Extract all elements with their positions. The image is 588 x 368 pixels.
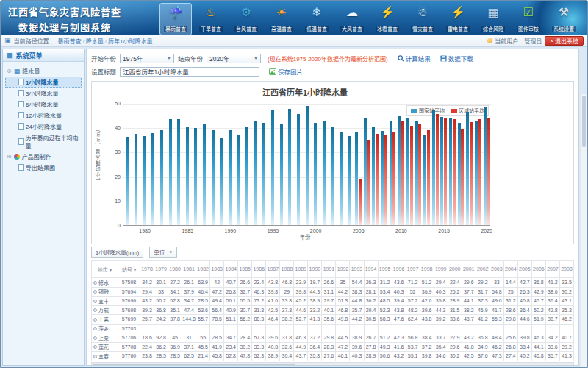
value-cell: 36.4 (517, 305, 531, 315)
table-row[interactable]: 宜春5776023.828.528.562.521.445.852.847.85… (92, 352, 574, 361)
calculate-button[interactable]: 计算结果 (398, 54, 431, 63)
sidebar-item-历年暴雨过程平均雨量[interactable]: 历年暴雨过程平均雨量 (5, 132, 82, 151)
value-cell: 44.8 (350, 297, 364, 306)
app-title-line2: 数据处理与制图系统 (8, 20, 121, 34)
bar-national-2019 (475, 121, 478, 225)
value-cell: 51.2 (420, 278, 434, 288)
unit-filter-select[interactable]: 单位 ▼ (149, 247, 177, 258)
value-cell (210, 324, 224, 333)
breadcrumb-link[interactable]: 暴雨普查 (58, 38, 82, 45)
sidebar-item-1小时降水量[interactable]: 1小时降水量 (5, 77, 82, 88)
toolbar-item-冰雹普查[interactable]: ⚡冰雹普查 (371, 3, 404, 35)
bar-national-2017 (458, 123, 461, 225)
value-cell: 52.7 (294, 315, 308, 325)
value-cell: 43.2 (140, 297, 154, 306)
year-header: 1999 (434, 261, 448, 278)
table-row[interactable]: 宜丰5769643.250.252.834.728.549.456.155.57… (92, 297, 574, 306)
value-cell: 28.9 (364, 352, 378, 361)
value-cell: 29.4 (364, 305, 378, 315)
breadcrumb-link[interactable]: 历年1小时降水量 (108, 38, 152, 45)
data-range-note: (现在系统1975-2020年数据作为最新分析范围) (268, 54, 388, 63)
value-cell: 48.7 (462, 315, 476, 325)
toolbar-item-系统设置[interactable]: ⚒系统设置 (548, 3, 580, 35)
value-cell: 29.6 (448, 342, 462, 352)
table-row[interactable]: 上高5769925.724.237.8144.855.778.551.156.2… (92, 315, 574, 325)
table-row[interactable]: 万载5769839.336.835.147.453.656.440.930.73… (92, 305, 574, 315)
breadcrumb-link[interactable]: 降水量 (86, 38, 104, 45)
toolbar-item-雪灾普查[interactable]: ☃雪灾普查 (406, 3, 439, 35)
station-id-cell: 57698 (118, 305, 140, 315)
table-row[interactable]: 修水5759834.230.127.226.163.94240.726.623.… (92, 278, 574, 288)
end-year-select[interactable]: 2020年 ▼ (207, 54, 261, 63)
table-row[interactable]: 铜鼓5769429.45334.137.946.447.226.832.746.… (92, 287, 574, 297)
value-cell: 32.6 (280, 342, 294, 352)
status-bar: ▣ 当前路径位置： 暴雨普查/降水量/历年1小时降水量 当前用户：管理员 × 退… (1, 35, 587, 47)
value-cell: 33.2 (308, 305, 322, 315)
toolbar-item-图件审核[interactable]: ☑图件审核 (512, 3, 545, 35)
toolbar-item-暴雨普查[interactable]: ☔暴雨普查 (159, 3, 192, 35)
value-cell: 25.7 (140, 315, 154, 325)
station-bullet-icon (93, 355, 97, 358)
sidebar-group-产品图制作[interactable]: ⊕产品图制作 (5, 151, 82, 162)
toolbar-item-台风普查[interactable]: ⚙台风普查 (230, 3, 262, 35)
value-cell: 28.3 (322, 342, 336, 352)
logout-button[interactable]: × 退出系统 (545, 36, 584, 46)
station-bullet-icon (93, 318, 97, 322)
vertical-scrollbar[interactable] (581, 94, 587, 367)
bar-national-2000 (314, 123, 317, 225)
value-cell: 40.9 (224, 305, 238, 315)
horizontal-scrollbar[interactable] (91, 362, 574, 367)
table-row[interactable]: 萍乡57703 (92, 324, 574, 333)
toolbar-item-大风普查[interactable]: ☁大风普查 (336, 3, 368, 35)
sidebar-item-3小时降水量[interactable]: 3小时降水量 (5, 88, 82, 99)
value-cell: 41.2 (476, 315, 490, 325)
toolbar-item-雷电普查[interactable]: ⚡雷电普查 (442, 3, 474, 35)
value-cell: 41.8 (462, 342, 476, 352)
save-image-button[interactable]: 保存图片 (269, 67, 303, 76)
start-year-select[interactable]: 1975年 ▼ (120, 54, 174, 63)
sidebar-group-降水量[interactable]: ⊕▦降水量 (5, 66, 82, 77)
table-row[interactable]: 莲花5770822.436.236.937.145.541.923.430.23… (92, 342, 574, 352)
value-cell: 28.9 (448, 297, 462, 306)
vertical-scrollbar-thumb[interactable] (582, 96, 586, 147)
dataset-label: 1小时降水量(mm) (96, 248, 139, 256)
value-cell: 30.2 (559, 287, 573, 297)
toolbar-item-高温普查[interactable]: ☀高温普查 (265, 3, 298, 35)
toolbar-item-label: 图件审核 (517, 26, 540, 32)
value-cell: 27.2 (168, 278, 182, 288)
toolbar-item-干旱普查[interactable]: ♨干旱普查 (195, 3, 227, 35)
value-cell: 26.6 (238, 278, 252, 288)
bar-national-1997 (288, 109, 291, 225)
value-cell: 33.5 (559, 278, 573, 288)
value-cell: 40.3 (392, 287, 406, 297)
toolbar-item-综合风险[interactable]: ▦综合风险 (477, 3, 509, 35)
y-axis-tick-label: 20 (107, 174, 121, 180)
station-bullet-icon (93, 336, 97, 340)
sidebar-item-12小时降水量[interactable]: 12小时降水量 (5, 110, 82, 121)
city-column-header[interactable]: 地市 ▾ (92, 261, 118, 278)
value-cell: 35.7 (350, 305, 364, 315)
station-column-header[interactable]: 站号 ▾ (118, 261, 140, 278)
toolbar-item-label: 干旱普查 (199, 26, 223, 32)
value-cell: 51.1 (224, 315, 238, 325)
sidebar-item-24小时降水量[interactable]: 24小时降水量 (5, 121, 82, 132)
year-header: 2006 (531, 261, 545, 278)
value-cell: 35.6 (322, 315, 336, 325)
sidebar-title: 系统菜单 (16, 51, 43, 60)
value-cell: 40.3 (350, 352, 364, 361)
toolbar-item-低温普查[interactable]: ❄低温普查 (301, 3, 333, 35)
value-cell: 36.9 (420, 287, 434, 297)
value-cell: 26.8 (224, 287, 238, 297)
chart-title-input[interactable] (120, 67, 259, 77)
horizontal-scrollbar-thumb[interactable] (93, 364, 295, 367)
value-cell: 49.4 (210, 297, 224, 306)
value-cell: 40.7 (559, 333, 573, 343)
value-cell (490, 324, 503, 333)
sidebar-item-导出结果图[interactable]: 导出结果图 (5, 162, 82, 173)
value-cell: 44.2 (350, 315, 364, 325)
value-cell: 28.4 (238, 333, 252, 343)
sidebar-item-6小时降水量[interactable]: 6小时降水量 (5, 99, 82, 110)
download-button[interactable]: 数据下载 (440, 54, 473, 63)
breadcrumb: 暴雨普查/降水量/历年1小时降水量 (58, 37, 153, 45)
table-row[interactable]: 上栗5770618.692.845315528.534.728.457.339.… (92, 333, 574, 343)
